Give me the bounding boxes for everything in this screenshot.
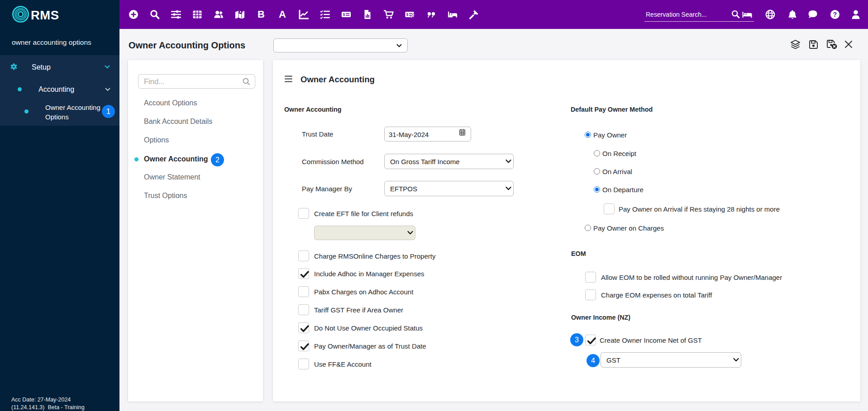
svg-text:$: $ — [406, 13, 409, 17]
svg-text:?: ? — [833, 11, 837, 18]
svg-text:$: $ — [343, 13, 345, 17]
